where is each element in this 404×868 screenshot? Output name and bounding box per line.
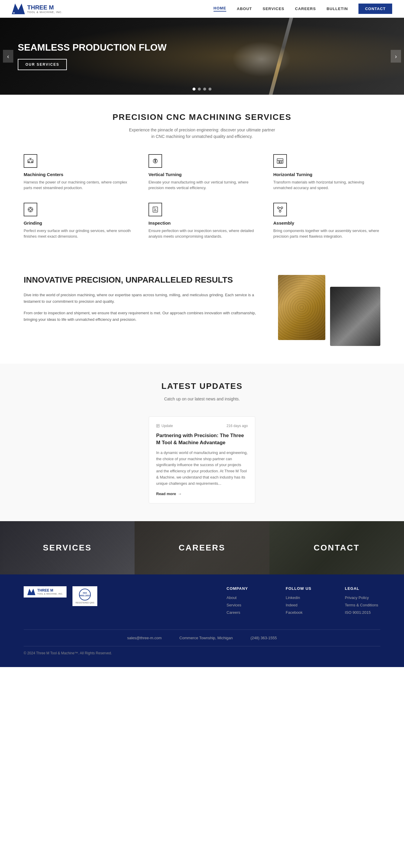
banner-careers[interactable]: CAREERS [135, 521, 269, 575]
nav-home[interactable]: HOME [213, 6, 226, 11]
service-inspection: Inspection Ensure perfection with our in… [148, 203, 256, 240]
banner-services[interactable]: SERVICES [0, 521, 135, 575]
cnc-parts-image [278, 275, 325, 340]
footer-privacy-link[interactable]: Privacy Policy [345, 595, 380, 600]
service-vertical-turning: Vertical Turning Elevate your manufactur… [148, 154, 256, 191]
hero-dot-4[interactable] [208, 88, 211, 91]
footer-logo-sub: TOOL & MACHINE, INC. [37, 593, 63, 595]
cnc-section-subtitle: Experience the pinnacle of precision eng… [128, 127, 276, 140]
banner-contact-label: CONTACT [313, 543, 360, 553]
svg-line-27 [279, 209, 280, 211]
metal-chips-image [330, 287, 380, 346]
nav-careers[interactable]: CAREERS [295, 6, 316, 11]
navigation: M THREE M TOOL & MACHINE, INC. HOME ABOU… [0, 0, 404, 18]
update-post-title: Partnering with Precision: The Three M T… [156, 432, 248, 446]
assembly-name: Assembly [273, 220, 380, 225]
service-horizontal-turning: Horizontal Turning Transform materials w… [273, 154, 380, 191]
logo-icon: M [12, 4, 25, 14]
nav-links: HOME ABOUT SERVICES CAREERS BULLETIN CON… [213, 4, 392, 14]
hero-dot-1[interactable] [193, 88, 196, 91]
footer-email[interactable]: sales@three-m.com [127, 636, 162, 640]
svg-point-24 [281, 207, 283, 209]
vertical-turning-icon [148, 154, 162, 168]
footer-terms-link[interactable]: Terms & Conditions [345, 603, 380, 607]
footer-logo-box: THREE M TOOL & MACHINE, INC. [24, 586, 67, 597]
hero-dot-2[interactable] [198, 88, 201, 91]
horizontal-turning-icon [273, 154, 287, 168]
banner-contact[interactable]: CONTACT [269, 521, 404, 575]
innovative-section: INNOVATIVE PRECISION, UNPARALLELED RESUL… [0, 257, 404, 364]
update-tag: Update [156, 424, 173, 428]
update-date: 216 days ago [227, 424, 248, 428]
svg-marker-33 [28, 589, 35, 595]
innovative-text: INNOVATIVE PRECISION, UNPARALLELED RESUL… [24, 275, 260, 328]
footer-follow-col: FOLLOW US Linkedin Indeed Facebook [286, 586, 321, 618]
svg-point-6 [31, 161, 33, 162]
footer-top: THREE M TOOL & MACHINE, INC. ISO9001:201… [24, 586, 380, 618]
horizontal-turning-name: Horizontal Turning [273, 172, 380, 177]
hero-section: ‹ SEAMLESS PRODUCTION FLOW OUR SERVICES … [0, 18, 404, 95]
svg-text:M: M [13, 12, 15, 14]
footer-phone: (248) 363-1555 [250, 636, 277, 640]
iso-sub: REGISTERED QMS [75, 602, 94, 604]
update-meta: Update 216 days ago [156, 424, 248, 428]
read-more-link[interactable]: Read more → [156, 492, 248, 496]
nav-bulletin[interactable]: BULLETIN [327, 6, 348, 11]
read-more-label: Read more [156, 492, 176, 496]
machining-centers-name: Machining Centers [24, 172, 131, 177]
hero-services-button[interactable]: OUR SERVICES [18, 59, 67, 70]
innovative-para2: From order to inspection and shipment, w… [24, 310, 260, 323]
footer-company-col: COMPANY About Services Careers [227, 586, 262, 618]
hero-next-button[interactable]: › [391, 50, 401, 63]
nav-about[interactable]: ABOUT [237, 6, 252, 11]
footer-logo-name: THREE M [37, 589, 63, 592]
footer-indeed-link[interactable]: Indeed [286, 603, 321, 607]
assembly-icon [273, 203, 287, 216]
footer-contact-bar: sales@three-m.com Commerce Township, Mic… [24, 629, 380, 646]
service-machining-centers: Machining Centers Harness the power of o… [24, 154, 131, 191]
innovative-para1: Dive into the world of precision machini… [24, 292, 260, 305]
vertical-turning-name: Vertical Turning [148, 172, 256, 177]
footer-careers-link[interactable]: Careers [227, 610, 262, 615]
footer-facebook-link[interactable]: Facebook [286, 610, 321, 615]
hero-content: SEAMLESS PRODUCTION FLOW OUR SERVICES [0, 42, 167, 70]
hero-dot-3[interactable] [203, 88, 206, 91]
footer: THREE M TOOL & MACHINE, INC. ISO9001:201… [0, 575, 404, 667]
hero-splash-decoration [232, 41, 291, 77]
footer-iso-box: ISO9001:2015 REGISTERED QMS [72, 586, 97, 606]
footer-logo-main: THREE M TOOL & MACHINE, INC. [27, 589, 63, 595]
inspection-name: Inspection [148, 220, 256, 225]
cnc-section-title: PRECISION CNC MACHINING SERVICES [24, 113, 380, 122]
svg-point-23 [277, 207, 279, 209]
svg-rect-13 [279, 161, 282, 163]
hero-prev-button[interactable]: ‹ [3, 50, 13, 63]
footer-services-link[interactable]: Services [227, 603, 262, 607]
updates-title: LATEST UPDATES [24, 381, 380, 391]
svg-line-28 [280, 209, 281, 211]
footer-about-link[interactable]: About [227, 595, 262, 600]
update-excerpt: In a dynamic world of manufacturing and … [156, 450, 248, 487]
footer-iso-link[interactable]: ISO 9001:2015 [345, 610, 380, 615]
logo[interactable]: M THREE M TOOL & MACHINE, INC. [12, 4, 63, 14]
footer-copyright: © 2024 Three M Tool & Machine™. All Righ… [24, 646, 380, 655]
banner-careers-label: CAREERS [179, 543, 225, 553]
svg-point-9 [155, 160, 156, 162]
innovative-title: INNOVATIVE PRECISION, UNPARALLELED RESUL… [24, 275, 260, 285]
footer-logos: THREE M TOOL & MACHINE, INC. ISO9001:201… [24, 586, 97, 618]
updates-section: LATEST UPDATES Catch up on our latest ne… [0, 364, 404, 521]
hero-dots [193, 88, 211, 91]
banner-services-label: SERVICES [43, 543, 92, 553]
footer-legal-col: LEGAL Privacy Policy Terms & Conditions … [345, 586, 380, 618]
nav-services[interactable]: SERVICES [263, 6, 284, 11]
inspection-icon [148, 203, 162, 216]
service-grinding: Grinding Perfect every surface with our … [24, 203, 131, 240]
nav-contact-button[interactable]: CONTACT [359, 4, 392, 14]
footer-follow-title: FOLLOW US [286, 586, 321, 591]
svg-point-25 [279, 210, 281, 212]
iso-circle: ISO9001:2015 [79, 589, 91, 600]
footer-location: Commerce Township, Michigan [179, 636, 233, 640]
horizontal-turning-desc: Transform materials with horizontal turn… [273, 179, 380, 191]
inspection-desc: Ensure perfection with our inspection se… [148, 228, 256, 240]
footer-linkedin-link[interactable]: Linkedin [286, 595, 321, 600]
update-tag-label: Update [162, 424, 173, 428]
